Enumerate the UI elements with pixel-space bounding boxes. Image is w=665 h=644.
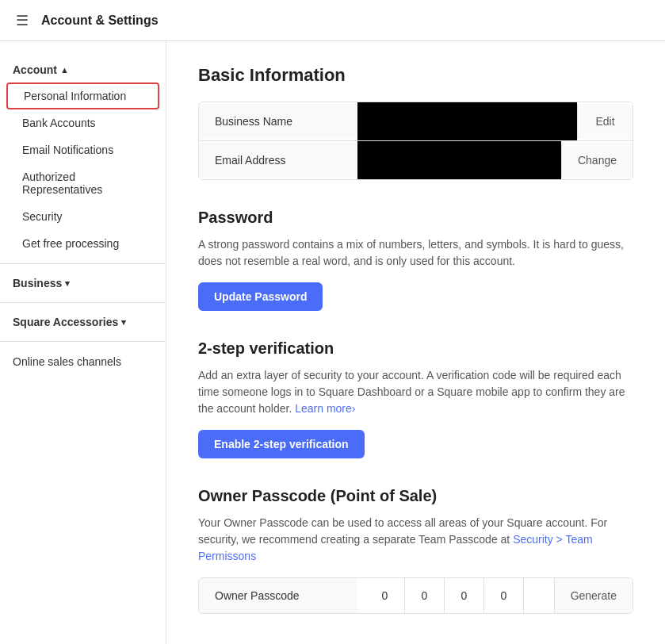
passcode-digit-4: 0: [484, 578, 524, 613]
sidebar-divider: [0, 263, 166, 264]
edit-business-name-button[interactable]: Edit: [577, 104, 633, 139]
passcode-digits: 0 0 0 0: [357, 578, 554, 613]
update-password-button[interactable]: Update Password: [198, 282, 323, 311]
passcode-digit-1: 0: [365, 578, 405, 613]
sidebar-item-bank-accounts[interactable]: Bank Accounts: [0, 109, 166, 136]
generate-passcode-button[interactable]: Generate: [554, 578, 633, 613]
sidebar: Account ▲ Personal Information Bank Acco…: [0, 41, 166, 644]
layout: Account ▲ Personal Information Bank Acco…: [0, 41, 665, 644]
passcode-table: Owner Passcode 0 0 0 0 Generate: [198, 577, 633, 614]
business-name-label: Business Name: [199, 104, 357, 139]
business-name-row: Business Name Edit: [199, 102, 633, 141]
sidebar-divider-2: [0, 302, 166, 303]
owner-passcode-desc: Your Owner Passcode can be used to acces…: [198, 515, 633, 565]
chevron-down-icon: ▾: [65, 278, 70, 289]
sidebar-business-section[interactable]: Business ▾: [0, 270, 166, 296]
email-value: [357, 141, 561, 179]
passcode-digit-3: 0: [445, 578, 484, 613]
email-label: Email Address: [199, 143, 357, 178]
email-row: Email Address Change: [199, 141, 633, 179]
hamburger-icon[interactable]: ☰: [16, 12, 29, 29]
learn-more-link[interactable]: Learn more›: [295, 402, 355, 415]
two-step-section: 2-step verification Add an extra layer o…: [198, 339, 633, 458]
sidebar-divider-3: [0, 341, 166, 342]
sidebar-square-accessories[interactable]: Square Accessories ▾: [0, 309, 166, 335]
business-name-value: [357, 102, 577, 140]
sidebar-item-get-free-processing[interactable]: Get free processing: [0, 230, 166, 257]
owner-passcode-section: Owner Passcode (Point of Sale) Your Owne…: [198, 487, 633, 614]
sidebar-item-security[interactable]: Security: [0, 203, 166, 230]
sidebar-item-email-notifications[interactable]: Email Notifications: [0, 136, 166, 163]
two-step-title: 2-step verification: [198, 339, 633, 358]
change-email-button[interactable]: Change: [561, 143, 633, 178]
password-section: Password A strong password contains a mi…: [198, 209, 633, 311]
top-bar: ☰ Account & Settings: [0, 0, 665, 41]
enable-two-step-button[interactable]: Enable 2-step verification: [198, 430, 365, 458]
basic-info-title: Basic Information: [198, 65, 633, 86]
chevron-down-icon-2: ▾: [121, 317, 126, 328]
top-bar-title: Account & Settings: [41, 13, 159, 28]
sidebar-account-section[interactable]: Account ▲: [0, 57, 166, 82]
password-desc: A strong password contains a mix of numb…: [198, 236, 633, 270]
sidebar-item-authorized-representatives[interactable]: Authorized Representatives: [0, 163, 166, 203]
basic-info-table: Business Name Edit Email Address Change: [198, 102, 633, 180]
two-step-desc: Add an extra layer of security to your a…: [198, 367, 633, 417]
passcode-label: Owner Passcode: [199, 578, 357, 613]
owner-passcode-title: Owner Passcode (Point of Sale): [198, 487, 633, 505]
sidebar-item-personal-information[interactable]: Personal Information: [6, 82, 159, 109]
sidebar-item-online-sales[interactable]: Online sales channels: [0, 348, 166, 375]
password-title: Password: [198, 209, 633, 227]
passcode-row: Owner Passcode 0 0 0 0 Generate: [199, 578, 633, 613]
passcode-digit-2: 0: [405, 578, 445, 613]
main-content: Basic Information Business Name Edit Ema…: [166, 41, 665, 644]
chevron-up-icon: ▲: [60, 65, 69, 75]
